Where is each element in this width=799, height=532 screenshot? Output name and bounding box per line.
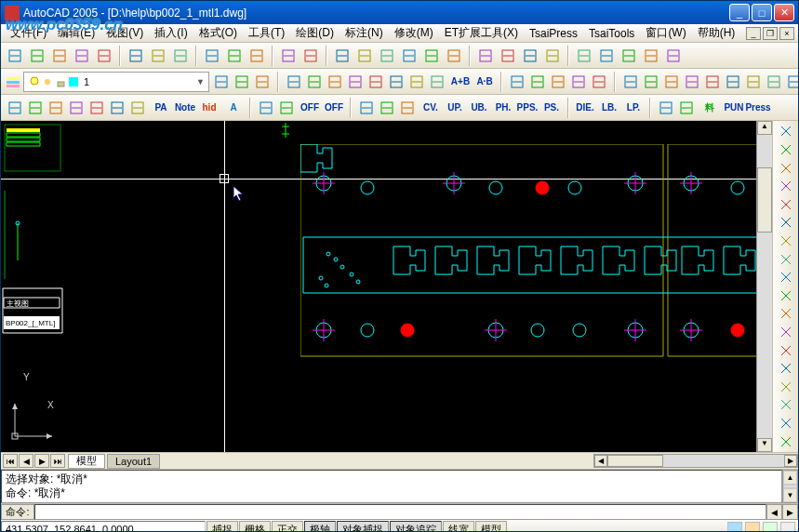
- right-tool-button-17[interactable]: [775, 432, 797, 450]
- std-button-16[interactable]: [399, 46, 419, 66]
- std-button-14[interactable]: [354, 46, 375, 66]
- drawing-canvas[interactable]: 主视图 BP002_[_MTL]: [1, 121, 772, 452]
- std-button-5[interactable]: [126, 46, 146, 66]
- doc-close-button[interactable]: ×: [779, 27, 794, 40]
- note-button[interactable]: Note: [174, 98, 196, 118]
- tab-nav-first[interactable]: ⏮: [3, 454, 18, 468]
- status-toggle-6[interactable]: 线宽: [443, 521, 474, 532]
- vertical-scrollbar[interactable]: ▲ ▼: [756, 121, 772, 452]
- prop-button-3[interactable]: [345, 72, 366, 92]
- mod-button-2[interactable]: [661, 72, 682, 92]
- tsai-pre-button-5[interactable]: [107, 98, 127, 118]
- dim-button-4[interactable]: [589, 72, 609, 92]
- menu-tools[interactable]: 工具(T): [243, 25, 290, 41]
- mod-button-1[interactable]: [641, 72, 661, 92]
- layer-dropdown[interactable]: 1 ▼: [23, 72, 209, 92]
- press-button[interactable]: Press: [747, 98, 769, 118]
- status-toggle-1[interactable]: 栅格: [239, 521, 271, 532]
- tsai-end-button-1[interactable]: [676, 98, 697, 118]
- tab-nav-prev[interactable]: ◀: [19, 454, 33, 468]
- std-button-10[interactable]: [246, 46, 267, 66]
- menu-view[interactable]: 视图(V): [100, 25, 149, 41]
- mod-button-8[interactable]: [784, 72, 798, 92]
- status-toggle-5[interactable]: 对象追踪: [390, 521, 442, 532]
- layerextra-button-1[interactable]: [232, 72, 252, 92]
- right-tool-button-2[interactable]: [775, 159, 797, 177]
- std-button-3[interactable]: [72, 46, 92, 66]
- menu-edit[interactable]: 编辑(E): [52, 25, 100, 41]
- tray-icon[interactable]: [745, 522, 760, 532]
- mod-button-6[interactable]: [743, 72, 764, 92]
- right-tool-button-4[interactable]: [775, 195, 797, 213]
- menu-modify[interactable]: 修改(M): [389, 25, 439, 41]
- off2-button[interactable]: OFF: [323, 98, 345, 118]
- tsai-pre-button-1[interactable]: [25, 98, 46, 118]
- std-button-27[interactable]: [663, 46, 684, 66]
- up-button[interactable]: UP.: [444, 98, 466, 118]
- liao-button[interactable]: 料: [699, 98, 721, 118]
- coordinates-display[interactable]: 431.5307, 152.8641, 0.0000: [1, 521, 206, 532]
- mod-button-0[interactable]: [620, 72, 641, 92]
- pps-button[interactable]: PPS.: [516, 98, 539, 118]
- std-button-17[interactable]: [421, 46, 442, 66]
- prop-button-7[interactable]: [427, 72, 447, 92]
- menu-tsaitools[interactable]: TsaiTools: [583, 27, 640, 40]
- prop-button-4[interactable]: [366, 72, 386, 92]
- dim-button-1[interactable]: [527, 72, 548, 92]
- right-tool-button-8[interactable]: [775, 269, 797, 286]
- std-button-6[interactable]: [148, 46, 168, 66]
- right-tool-button-16[interactable]: [775, 415, 797, 432]
- ab-prod-button[interactable]: A·B: [473, 72, 496, 92]
- std-button-12[interactable]: [300, 46, 321, 66]
- menu-etext[interactable]: ET扩展工具(X): [439, 25, 524, 41]
- tsai-end-button-0[interactable]: [656, 98, 676, 118]
- tab-layout1[interactable]: Layout1: [107, 454, 160, 469]
- std-button-0[interactable]: [5, 46, 25, 66]
- pa-button[interactable]: PA: [150, 98, 172, 118]
- std-button-11[interactable]: [278, 46, 299, 66]
- menu-file[interactable]: 文件(F): [5, 25, 52, 41]
- dim-button-0[interactable]: [507, 72, 527, 92]
- std-button-2[interactable]: [49, 46, 70, 66]
- tsai-ic-button-2[interactable]: [397, 98, 418, 118]
- pun-button[interactable]: PUN: [723, 98, 745, 118]
- menu-format[interactable]: 格式(O): [193, 25, 243, 41]
- right-tool-button-5[interactable]: [775, 214, 797, 232]
- right-tool-button-11[interactable]: [775, 324, 797, 341]
- tsai-pre-button-6[interactable]: [127, 98, 148, 118]
- mod-button-3[interactable]: [682, 72, 702, 92]
- ab-sum-button[interactable]: A+B: [449, 72, 472, 92]
- tsai-pre-button-3[interactable]: [66, 98, 87, 118]
- tsai-pre-button-4[interactable]: [87, 98, 107, 118]
- std-button-23[interactable]: [574, 46, 594, 66]
- std-button-24[interactable]: [596, 46, 617, 66]
- menu-tsaipress[interactable]: TsaiPress: [524, 27, 583, 40]
- layerextra-button-0[interactable]: [211, 72, 232, 92]
- prop-button-1[interactable]: [304, 72, 325, 92]
- right-tool-button-7[interactable]: [775, 250, 797, 268]
- command-scroll-right[interactable]: ▶: [782, 504, 798, 520]
- cv-button[interactable]: CV.: [419, 98, 442, 118]
- ub-button[interactable]: UB.: [468, 98, 490, 118]
- tsai-pre-button-2[interactable]: [46, 98, 66, 118]
- right-tool-button-1[interactable]: [775, 141, 797, 159]
- std-button-22[interactable]: [542, 46, 563, 66]
- std-button-1[interactable]: [27, 46, 47, 66]
- tab-nav-last[interactable]: ⏭: [50, 454, 65, 468]
- mod-button-4[interactable]: [702, 72, 723, 92]
- lb-button[interactable]: LB.: [598, 98, 620, 118]
- std-button-7[interactable]: [170, 46, 191, 66]
- right-tool-button-10[interactable]: [775, 305, 797, 323]
- std-button-9[interactable]: [224, 46, 245, 66]
- menu-window[interactable]: 窗口(W): [640, 25, 691, 41]
- prop-button-2[interactable]: [325, 72, 345, 92]
- tsai-ic-button-1[interactable]: [377, 98, 397, 118]
- tsai-mid-button-0[interactable]: [256, 98, 276, 118]
- std-button-26[interactable]: [641, 46, 661, 66]
- std-button-20[interactable]: [498, 46, 518, 66]
- right-tool-button-3[interactable]: [775, 178, 797, 195]
- die-button[interactable]: DIE.: [574, 98, 596, 118]
- right-tool-button-9[interactable]: [775, 286, 797, 304]
- command-scrollbar[interactable]: ▲▼: [782, 470, 798, 503]
- tray-icon[interactable]: [780, 522, 795, 532]
